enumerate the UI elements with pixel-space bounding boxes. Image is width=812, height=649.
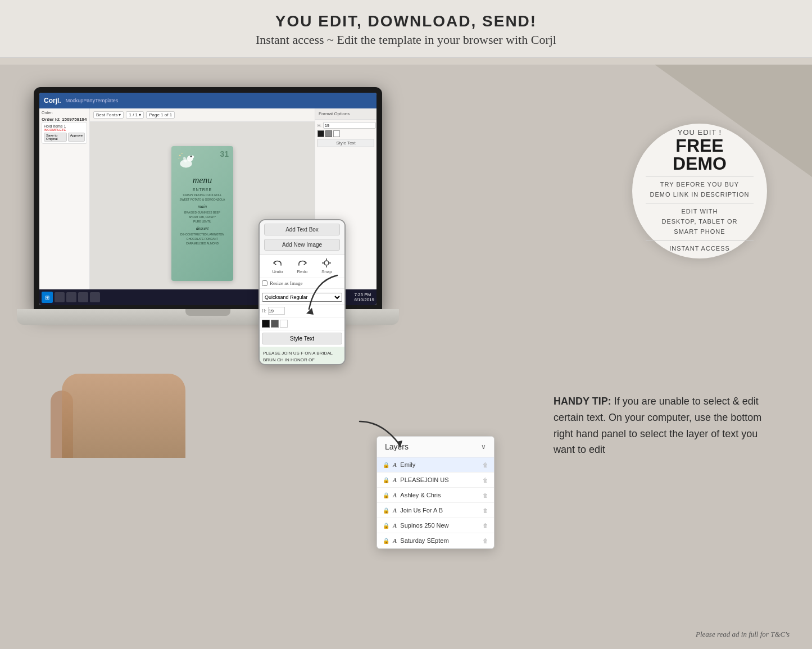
layers-item[interactable]: 🔒 A Saturday SEptem 🗑 [377,533,494,548]
svg-point-5 [179,155,181,156]
order-id: Order Id: 1509758194 [42,117,87,122]
trash-icon[interactable]: 🗑 [483,477,488,483]
layer-type: A [393,522,397,529]
devices-label: DESKTOP, TABLET OR [662,217,738,227]
resize-label: Resize as Image [270,280,302,286]
bottom-note: Please read ad in full for T&C's [696,630,790,639]
lock-icon: 🔒 [383,538,389,544]
layer-name: Supinos 250 New [400,522,479,529]
phone-content-text: PLEASE JOIN US F ON A BRIDAL BRUN CH IN … [263,350,341,364]
menu-title: menu [193,175,212,185]
best-fonts-btn[interactable]: Best Fonts ▾ [93,111,124,119]
undo-icon [273,258,283,268]
phone-height-input[interactable] [268,307,285,315]
hand-decoration [62,374,185,458]
trash-icon[interactable]: 🗑 [483,492,488,498]
lock-icon: 🔒 [383,523,389,529]
banner-subtitle: Instant access ~ Edit the template in yo… [0,33,812,47]
free-demo-badge: YOU EDIT ! FREE DEMO TRY BEFORE YOU BUY … [632,124,767,258]
page-info: Page 1 of 1 [146,111,175,119]
demo-link-label: DEMO LINK IN DESCRIPTION [650,190,750,200]
menu-entree-items: CRISPY PEKING DUCK ROLLSWEET POTATO & GO… [180,193,225,202]
zoom-controls[interactable]: 1 / 1 ▾ [126,111,144,119]
phone-add-image-btn[interactable]: Add New Image [264,239,340,251]
phone-color-gray[interactable] [271,320,279,328]
arrow-to-panel [303,270,371,326]
svg-point-7 [179,158,180,159]
phone-color-white[interactable] [280,320,288,328]
handy-tip-label: HANDY TIP: [554,396,611,407]
undo-icon-item[interactable]: Undo [272,258,283,274]
resize-checkbox[interactable] [262,280,267,286]
style-text-btn[interactable]: Style Text [317,139,374,147]
phone-toolbar: Add Text Box Add New Image [260,220,344,255]
lock-icon: 🔒 [383,462,389,468]
taskbar-icon-3[interactable] [78,292,88,302]
save-original-btn[interactable]: Save to Original [44,133,67,142]
layer-type: A [393,461,397,468]
menu-dessert-items: DE-CONSTRUCTED LAMINGTONCHOCOLATE FONDAN… [180,232,224,246]
taskbar-icon-1[interactable] [55,292,65,302]
edit-with-label: EDIT WITH [681,207,718,217]
menu-design-card: 31 [171,146,233,281]
layers-chevron-icon[interactable]: ∨ [481,443,486,451]
color-swatch-white[interactable] [333,130,340,137]
layer-name: Emily [400,461,479,468]
rp-color-row [317,130,374,137]
height-label: H: [317,124,321,128]
layers-item[interactable]: 🔒 A Join Us For A B 🗑 [377,503,494,518]
taskbar-icon-4[interactable] [90,292,100,302]
corjl-nav: MockupPartyTemplates [66,98,119,103]
corjl-header: Corjl. MockupPartyTemplates [39,93,376,108]
lock-icon: 🔒 [383,477,389,483]
order-label: Order: [42,111,87,115]
style-text-btn[interactable]: Style Text [262,333,342,344]
top-banner: YOU EDIT, DOWNLOAD, SEND! Instant access… [0,0,812,58]
svg-point-8 [324,261,329,265]
undo-label: Undo [272,269,283,274]
layers-item[interactable]: 🔒 A Ashley & Chris 🗑 [377,488,494,503]
menu-dessert: dessert [196,226,209,231]
smartphone-label: SMART PHONE [674,227,725,237]
phone-height-label: H: [262,308,266,314]
trash-icon[interactable]: 🗑 [483,523,488,529]
layers-list: 🔒 A Emily 🗑 🔒 A PLEASEJOIN US 🗑 🔒 A Ashl… [377,457,494,548]
menu-entree: entree [193,188,212,192]
corjl-logo: Corjl. [44,97,61,105]
swan-icon [176,149,196,170]
menu-main-items: BRAISED GUINNESS BEEFSHORT RIB, CRISPYPU… [184,210,220,224]
lock-icon: 🔒 [383,492,389,498]
layers-item[interactable]: 🔒 A Supinos 250 New 🗑 [377,518,494,533]
taskbar-icon-2[interactable] [66,292,76,302]
handy-tip: HANDY TIP: If you are unable to select &… [554,393,778,458]
layer-name: Saturday SEptem [400,537,479,544]
trash-icon[interactable]: 🗑 [483,507,488,514]
phone-color-black[interactable] [262,320,270,328]
right-panel-header: Format Options [315,108,376,120]
start-button[interactable]: ⊞ [42,292,53,303]
layer-type: A [393,507,397,514]
snap-icon [321,258,332,268]
layer-name: Join Us For A B [400,507,479,514]
demo-divider-2 [646,203,754,203]
height-input[interactable] [323,122,376,129]
demo-divider-3 [646,240,754,240]
corjl-left-sidebar: Order: Order Id: 1509758194 Hold Items 1… [39,108,90,305]
layers-item[interactable]: 🔒 A PLEASEJOIN US 🗑 [377,473,494,488]
laptop-notch [185,309,230,316]
trash-icon[interactable]: 🗑 [483,538,488,544]
rp-size-row: H: [317,122,374,129]
menu-main: main [198,204,207,209]
menu-number: 31 [220,149,229,158]
layer-name: PLEASEJOIN US [400,476,479,483]
demo-label: DEMO [673,155,727,173]
color-swatch-gray[interactable] [325,130,332,137]
approve-btn[interactable]: Approve [68,133,85,142]
trash-icon[interactable]: 🗑 [483,462,488,468]
right-panel-content: H: Style Text [315,120,376,151]
svg-marker-13 [306,308,314,315]
redo-icon [297,258,307,268]
phone-add-text-btn[interactable]: Add Text Box [264,224,340,235]
banner-title: YOU EDIT, DOWNLOAD, SEND! [0,12,812,30]
color-swatch-black[interactable] [317,130,324,137]
